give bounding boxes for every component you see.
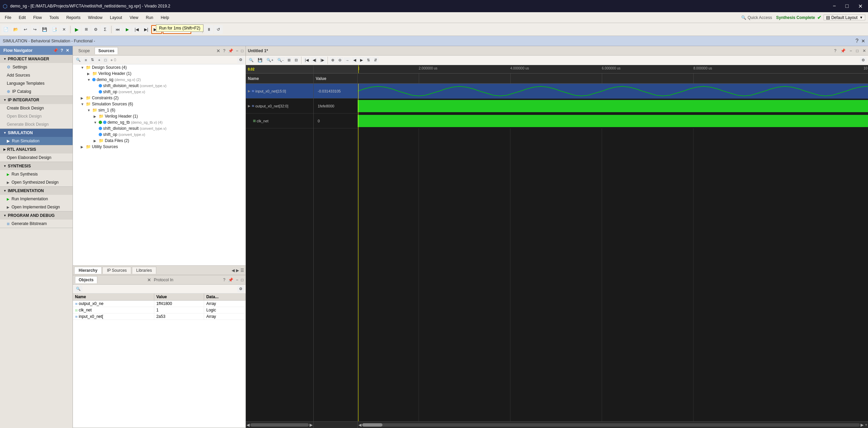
flow-item-open-synthesized-design[interactable]: ▶ Open Synthesized Design <box>0 178 73 186</box>
menu-reports[interactable]: Reports <box>63 14 84 21</box>
flow-item-open-implemented-design[interactable]: ▶ Open Implemented Design <box>0 203 73 211</box>
sources-maximize-icon[interactable]: □ <box>241 48 243 53</box>
maximize-button[interactable]: □ <box>843 2 851 10</box>
flow-nav-pin-icon[interactable]: 📌 <box>53 48 58 53</box>
flow-item-run-simulation[interactable]: ▶ Run Simulation <box>0 137 73 145</box>
wave-expand-button[interactable]: ⇅ <box>365 57 372 63</box>
sources-settings-button[interactable]: ⚙ <box>237 57 244 63</box>
sources-nav-left[interactable]: ◀ <box>232 268 235 273</box>
tree-sim1-shift-div[interactable]: shift_division_result (convert_type.v) <box>73 125 245 131</box>
menu-run[interactable]: Run <box>142 14 157 21</box>
sources-refresh-button[interactable]: □ <box>103 57 108 63</box>
flow-item-run-implementation[interactable]: ▶ Run Implementation <box>0 195 73 203</box>
settings-button[interactable]: ⚙ <box>91 25 100 34</box>
wave-close-icon[interactable]: ✕ <box>863 48 866 53</box>
layout-dropdown[interactable]: ▤ Default Layout ▼ <box>824 15 865 20</box>
objects-minimize-icon[interactable]: − <box>236 278 238 282</box>
wave-go-prev-button[interactable]: ◀| <box>311 57 318 63</box>
tree-utility-sources[interactable]: ▶ 📁 Utility Sources <box>73 144 245 150</box>
arrow-data-files[interactable]: ▶ <box>94 139 98 143</box>
wave-search-button[interactable]: 🔍 <box>247 57 255 63</box>
quick-access[interactable]: 🔍 Quick Access <box>738 15 775 20</box>
flow-item-settings[interactable]: ⚙ Settings <box>0 63 73 71</box>
menu-window[interactable]: Window <box>84 14 106 21</box>
wave-fit-button[interactable]: ⊞ <box>286 57 292 63</box>
play-button[interactable]: ▶ <box>123 25 132 34</box>
program-button[interactable]: ⊞ <box>82 25 91 34</box>
flow-item-create-block-design[interactable]: Create Block Design <box>0 104 73 112</box>
minimize-button[interactable]: − <box>830 2 839 10</box>
open-file-button[interactable]: 📂 <box>11 25 20 34</box>
sources-tab[interactable]: Sources <box>95 47 118 54</box>
arrow-simulation-sources[interactable]: ▼ <box>81 102 85 106</box>
zoom-in-icon[interactable]: + <box>865 423 867 427</box>
flow-item-language-templates[interactable]: Language Templates <box>0 79 73 87</box>
hierarchy-tab[interactable]: Hierarchy <box>74 267 102 274</box>
arrow-sim-1[interactable]: ▼ <box>87 108 91 112</box>
wave-del-marker-button[interactable]: ⊖ <box>337 57 343 63</box>
sources-close-icon[interactable]: ✕ <box>216 48 220 54</box>
scope-tab[interactable]: Scope <box>75 47 93 54</box>
arrow-verilog-header[interactable]: ▶ <box>87 72 91 76</box>
protocol-in-tab[interactable]: Protocol In <box>154 278 173 282</box>
tree-shift-division-result[interactable]: shift_division_result (convert_type.v) <box>73 83 245 89</box>
wave-minimize-icon[interactable]: − <box>850 48 852 53</box>
sources-minimize-icon[interactable]: − <box>236 48 238 53</box>
arrow-constraints[interactable]: ▶ <box>81 96 85 100</box>
sources-nav-menu[interactable]: ☰ <box>240 268 244 273</box>
undo-button[interactable]: ↩ <box>21 25 30 34</box>
flow-nav-help-icon[interactable]: ? <box>61 48 63 53</box>
menu-help[interactable]: Help <box>157 14 173 21</box>
redo-button[interactable]: ↪ <box>31 25 39 34</box>
sources-collapse-button[interactable]: ≡ <box>83 57 88 63</box>
expand-output-x0-icon[interactable]: ▶ <box>248 104 251 108</box>
tree-constraints[interactable]: ▶ 📁 Constraints (2) <box>73 95 245 101</box>
flow-item-generate-bitstream[interactable]: ⊞ Generate Bitstream <box>0 220 73 228</box>
save-button[interactable]: 💾 <box>40 25 49 34</box>
wave-maximize-icon[interactable]: □ <box>856 48 859 53</box>
wave-help-icon[interactable]: ? <box>834 48 836 53</box>
wave-prev-edge-button[interactable]: ◀ <box>352 57 358 63</box>
menu-file[interactable]: File <box>1 14 15 21</box>
sources-help-icon[interactable]: ? <box>223 48 225 53</box>
flow-item-open-elaborated-design[interactable]: Open Elaborated Design <box>0 154 73 162</box>
wave-goto-marker-button[interactable]: → <box>344 57 351 63</box>
arrow-demo-sg[interactable]: ▼ <box>87 78 91 82</box>
menu-edit[interactable]: Edit <box>15 14 29 21</box>
wave-next-edge-button[interactable]: ▶ <box>358 57 364 63</box>
tree-demo-sg-tb[interactable]: ▼ demo_sg_tb (demo_sg_tb.v) (4) <box>73 119 245 125</box>
arrow-sim1-vh[interactable]: ▶ <box>94 115 98 118</box>
menu-flow[interactable]: Flow <box>30 14 45 21</box>
wave-row-output-x0[interactable]: ▶ ≋ output_x0_net[32:0] <box>246 99 313 114</box>
tree-verilog-header[interactable]: ▶ 📁 Verilog Header (1) <box>73 70 245 77</box>
wave-row-input-x0[interactable]: ▶ ≋ input_x0_net[15:0] <box>246 84 313 99</box>
section-simulation-title[interactable]: ▼ SIMULATION <box>0 129 73 137</box>
sources-expand-button[interactable]: ⇅ <box>89 57 96 63</box>
menu-layout[interactable]: Layout <box>106 14 125 21</box>
objects-settings-button[interactable]: ⚙ <box>237 286 244 292</box>
section-program-debug-title[interactable]: ▼ PROGRAM AND DEBUG <box>0 211 73 220</box>
close-sim-button[interactable]: ✕ <box>861 38 865 44</box>
objects-close-icon[interactable]: ✕ <box>147 277 151 283</box>
tree-sim1-shift-op[interactable]: shift_op (convert_type.v) <box>73 131 245 138</box>
flow-item-ip-catalog[interactable]: ⊕ IP Catalog <box>0 87 73 96</box>
tree-shift-op[interactable]: shift_op (convert_type.v) <box>73 89 245 95</box>
menu-view[interactable]: View <box>126 14 142 21</box>
wave-go-next-button[interactable]: |▶ <box>319 57 326 63</box>
wave-save-button[interactable]: 💾 <box>256 57 264 63</box>
objects-help-icon[interactable]: ? <box>223 278 225 282</box>
tree-data-files[interactable]: ▶ 📁 Data Files (2) <box>73 138 245 144</box>
wave-names-hscroll[interactable] <box>250 423 309 427</box>
section-ip-integrator-title[interactable]: ▼ IP INTEGRATOR <box>0 96 73 104</box>
expand-input-x0-icon[interactable]: ▶ <box>248 89 251 93</box>
sources-pin-icon[interactable]: 📌 <box>228 48 233 53</box>
menu-tools[interactable]: Tools <box>46 14 62 21</box>
help-button-sim[interactable]: ? <box>855 38 859 44</box>
sources-search-button[interactable]: 🔍 <box>74 57 82 63</box>
wave-zoom-range-button[interactable]: ⊟ <box>293 57 299 63</box>
table-row[interactable]: ≋ output_x0_ne 1ff41800 Array <box>73 301 245 307</box>
run-button[interactable]: ▶ <box>72 25 81 34</box>
section-implementation-title[interactable]: ▼ IMPLEMENTATION <box>0 187 73 195</box>
table-row[interactable]: ⊞ clk_net 1 Logic <box>73 307 245 313</box>
flow-nav-close-icon[interactable]: ✕ <box>66 48 69 53</box>
